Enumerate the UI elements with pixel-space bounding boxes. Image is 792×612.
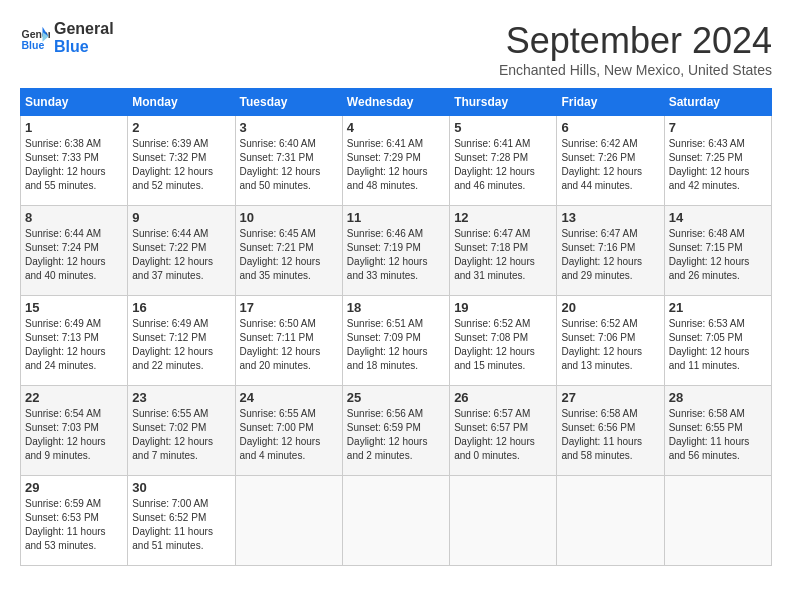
day-number: 1 [25, 120, 123, 135]
day-number: 13 [561, 210, 659, 225]
day-number: 21 [669, 300, 767, 315]
calendar-cell: 23 Sunrise: 6:55 AM Sunset: 7:02 PM Dayl… [128, 386, 235, 476]
calendar-cell [557, 476, 664, 566]
day-number: 27 [561, 390, 659, 405]
calendar-week-5: 29 Sunrise: 6:59 AM Sunset: 6:53 PM Dayl… [21, 476, 772, 566]
day-info: Sunrise: 6:49 AM Sunset: 7:12 PM Dayligh… [132, 317, 230, 373]
calendar-cell: 24 Sunrise: 6:55 AM Sunset: 7:00 PM Dayl… [235, 386, 342, 476]
calendar-week-4: 22 Sunrise: 6:54 AM Sunset: 7:03 PM Dayl… [21, 386, 772, 476]
calendar-cell: 1 Sunrise: 6:38 AM Sunset: 7:33 PM Dayli… [21, 116, 128, 206]
day-number: 3 [240, 120, 338, 135]
calendar-cell: 12 Sunrise: 6:47 AM Sunset: 7:18 PM Dayl… [450, 206, 557, 296]
day-info: Sunrise: 6:44 AM Sunset: 7:22 PM Dayligh… [132, 227, 230, 283]
calendar-cell: 13 Sunrise: 6:47 AM Sunset: 7:16 PM Dayl… [557, 206, 664, 296]
logo-blue: Blue [54, 38, 114, 56]
calendar-cell: 18 Sunrise: 6:51 AM Sunset: 7:09 PM Dayl… [342, 296, 449, 386]
weekday-header-tuesday: Tuesday [235, 89, 342, 116]
logo-general: General [54, 20, 114, 38]
day-number: 18 [347, 300, 445, 315]
weekday-header-saturday: Saturday [664, 89, 771, 116]
logo-icon: General Blue [20, 23, 50, 53]
calendar-cell: 5 Sunrise: 6:41 AM Sunset: 7:28 PM Dayli… [450, 116, 557, 206]
day-number: 5 [454, 120, 552, 135]
calendar-title: September 2024 [499, 20, 772, 62]
day-info: Sunrise: 6:47 AM Sunset: 7:18 PM Dayligh… [454, 227, 552, 283]
calendar-cell: 8 Sunrise: 6:44 AM Sunset: 7:24 PM Dayli… [21, 206, 128, 296]
day-number: 19 [454, 300, 552, 315]
calendar-cell: 20 Sunrise: 6:52 AM Sunset: 7:06 PM Dayl… [557, 296, 664, 386]
calendar-cell: 28 Sunrise: 6:58 AM Sunset: 6:55 PM Dayl… [664, 386, 771, 476]
calendar-week-3: 15 Sunrise: 6:49 AM Sunset: 7:13 PM Dayl… [21, 296, 772, 386]
calendar-cell: 29 Sunrise: 6:59 AM Sunset: 6:53 PM Dayl… [21, 476, 128, 566]
day-info: Sunrise: 6:51 AM Sunset: 7:09 PM Dayligh… [347, 317, 445, 373]
day-info: Sunrise: 6:59 AM Sunset: 6:53 PM Dayligh… [25, 497, 123, 553]
calendar-cell: 14 Sunrise: 6:48 AM Sunset: 7:15 PM Dayl… [664, 206, 771, 296]
day-info: Sunrise: 6:48 AM Sunset: 7:15 PM Dayligh… [669, 227, 767, 283]
day-info: Sunrise: 6:49 AM Sunset: 7:13 PM Dayligh… [25, 317, 123, 373]
calendar-cell: 6 Sunrise: 6:42 AM Sunset: 7:26 PM Dayli… [557, 116, 664, 206]
day-info: Sunrise: 6:54 AM Sunset: 7:03 PM Dayligh… [25, 407, 123, 463]
calendar-cell: 30 Sunrise: 7:00 AM Sunset: 6:52 PM Dayl… [128, 476, 235, 566]
day-number: 26 [454, 390, 552, 405]
calendar-week-1: 1 Sunrise: 6:38 AM Sunset: 7:33 PM Dayli… [21, 116, 772, 206]
day-info: Sunrise: 6:43 AM Sunset: 7:25 PM Dayligh… [669, 137, 767, 193]
day-number: 2 [132, 120, 230, 135]
calendar-cell: 15 Sunrise: 6:49 AM Sunset: 7:13 PM Dayl… [21, 296, 128, 386]
calendar-week-2: 8 Sunrise: 6:44 AM Sunset: 7:24 PM Dayli… [21, 206, 772, 296]
day-number: 24 [240, 390, 338, 405]
calendar-cell: 3 Sunrise: 6:40 AM Sunset: 7:31 PM Dayli… [235, 116, 342, 206]
weekday-header-thursday: Thursday [450, 89, 557, 116]
calendar-page: General Blue General Blue September 2024… [20, 20, 772, 566]
day-info: Sunrise: 6:58 AM Sunset: 6:56 PM Dayligh… [561, 407, 659, 463]
day-info: Sunrise: 6:39 AM Sunset: 7:32 PM Dayligh… [132, 137, 230, 193]
day-info: Sunrise: 6:38 AM Sunset: 7:33 PM Dayligh… [25, 137, 123, 193]
title-section: September 2024 Enchanted Hills, New Mexi… [499, 20, 772, 78]
weekday-header-sunday: Sunday [21, 89, 128, 116]
day-number: 20 [561, 300, 659, 315]
calendar-cell: 26 Sunrise: 6:57 AM Sunset: 6:57 PM Dayl… [450, 386, 557, 476]
svg-text:Blue: Blue [22, 38, 45, 50]
day-info: Sunrise: 6:58 AM Sunset: 6:55 PM Dayligh… [669, 407, 767, 463]
day-info: Sunrise: 6:40 AM Sunset: 7:31 PM Dayligh… [240, 137, 338, 193]
day-info: Sunrise: 6:56 AM Sunset: 6:59 PM Dayligh… [347, 407, 445, 463]
calendar-header: General Blue General Blue September 2024… [20, 20, 772, 78]
calendar-cell: 4 Sunrise: 6:41 AM Sunset: 7:29 PM Dayli… [342, 116, 449, 206]
calendar-cell: 21 Sunrise: 6:53 AM Sunset: 7:05 PM Dayl… [664, 296, 771, 386]
calendar-cell: 9 Sunrise: 6:44 AM Sunset: 7:22 PM Dayli… [128, 206, 235, 296]
day-number: 29 [25, 480, 123, 495]
calendar-cell: 16 Sunrise: 6:49 AM Sunset: 7:12 PM Dayl… [128, 296, 235, 386]
day-number: 30 [132, 480, 230, 495]
day-number: 10 [240, 210, 338, 225]
day-info: Sunrise: 6:42 AM Sunset: 7:26 PM Dayligh… [561, 137, 659, 193]
day-number: 6 [561, 120, 659, 135]
day-info: Sunrise: 6:55 AM Sunset: 7:02 PM Dayligh… [132, 407, 230, 463]
weekday-header-monday: Monday [128, 89, 235, 116]
day-number: 14 [669, 210, 767, 225]
calendar-cell: 11 Sunrise: 6:46 AM Sunset: 7:19 PM Dayl… [342, 206, 449, 296]
day-number: 17 [240, 300, 338, 315]
weekday-header-wednesday: Wednesday [342, 89, 449, 116]
day-number: 23 [132, 390, 230, 405]
day-number: 16 [132, 300, 230, 315]
day-info: Sunrise: 6:46 AM Sunset: 7:19 PM Dayligh… [347, 227, 445, 283]
calendar-cell: 7 Sunrise: 6:43 AM Sunset: 7:25 PM Dayli… [664, 116, 771, 206]
calendar-cell: 22 Sunrise: 6:54 AM Sunset: 7:03 PM Dayl… [21, 386, 128, 476]
day-info: Sunrise: 7:00 AM Sunset: 6:52 PM Dayligh… [132, 497, 230, 553]
calendar-cell [235, 476, 342, 566]
calendar-cell: 17 Sunrise: 6:50 AM Sunset: 7:11 PM Dayl… [235, 296, 342, 386]
calendar-cell [342, 476, 449, 566]
day-info: Sunrise: 6:44 AM Sunset: 7:24 PM Dayligh… [25, 227, 123, 283]
day-number: 7 [669, 120, 767, 135]
calendar-table: SundayMondayTuesdayWednesdayThursdayFrid… [20, 88, 772, 566]
calendar-cell [664, 476, 771, 566]
day-info: Sunrise: 6:52 AM Sunset: 7:06 PM Dayligh… [561, 317, 659, 373]
day-info: Sunrise: 6:52 AM Sunset: 7:08 PM Dayligh… [454, 317, 552, 373]
logo: General Blue General Blue [20, 20, 114, 55]
day-info: Sunrise: 6:55 AM Sunset: 7:00 PM Dayligh… [240, 407, 338, 463]
day-number: 15 [25, 300, 123, 315]
calendar-cell: 27 Sunrise: 6:58 AM Sunset: 6:56 PM Dayl… [557, 386, 664, 476]
day-info: Sunrise: 6:50 AM Sunset: 7:11 PM Dayligh… [240, 317, 338, 373]
calendar-cell [450, 476, 557, 566]
day-number: 28 [669, 390, 767, 405]
day-number: 25 [347, 390, 445, 405]
